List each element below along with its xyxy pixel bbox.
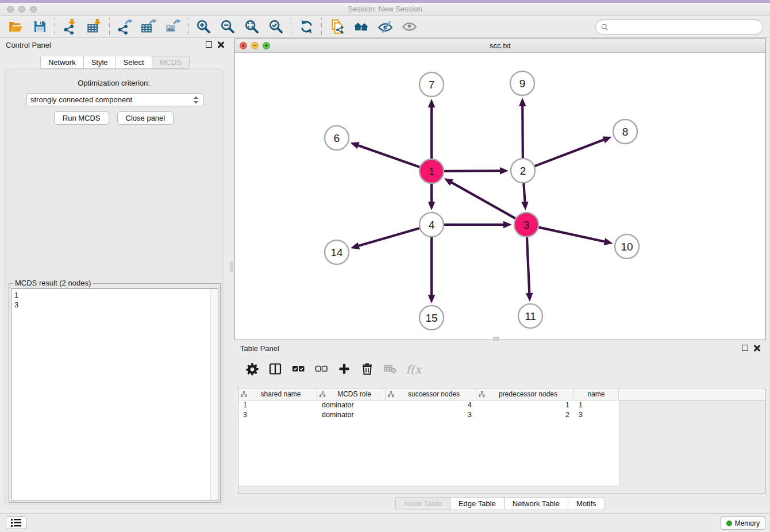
edge-1-4[interactable] [428,184,436,210]
graph-node-3[interactable]: 3 [514,213,538,237]
save-disk-button[interactable] [28,17,52,37]
edge-1-7[interactable] [428,99,436,159]
close-panel-icon[interactable] [217,41,224,48]
tab-edge-table[interactable]: Edge Table [450,497,504,510]
zoom-fit-button[interactable] [240,17,264,37]
delete-column-button[interactable] [357,360,377,378]
graph-node-14[interactable]: 14 [325,240,349,264]
open-folder-button[interactable] [3,17,28,37]
add-column-button[interactable] [334,360,354,378]
svg-text:11: 11 [525,310,536,322]
table-float-panel-icon[interactable] [742,345,748,351]
tab-motifs[interactable]: Motifs [568,497,605,510]
edge-3-10[interactable] [538,228,613,245]
import-table-button[interactable] [82,17,106,37]
criterion-select[interactable]: strongly connected component [26,93,203,106]
horizontal-split-handle[interactable] [493,337,499,341]
result-scrollbar[interactable] [210,289,218,500]
search-input[interactable] [609,21,763,33]
eye-button[interactable] [397,17,421,37]
column-header-name[interactable]: name [574,388,619,400]
houses-button[interactable] [349,17,373,37]
cell-name[interactable]: 3 [574,410,619,420]
export-image-button[interactable] [161,17,185,37]
tab-select[interactable]: Select [116,56,152,69]
graph-node-15[interactable]: 15 [419,306,444,330]
graph-node-4[interactable]: 4 [419,213,444,237]
graph-node-6[interactable]: 6 [325,126,349,150]
task-list-icon [11,519,21,527]
import-network-button[interactable] [58,17,82,37]
table-close-panel-icon[interactable] [753,345,760,352]
eye-icon [402,19,417,34]
cell-MCDS-role[interactable]: dominator [317,400,386,410]
column-header-successor-nodes[interactable]: successor nodes [386,388,476,400]
float-panel-icon[interactable] [206,41,212,48]
graph-node-1[interactable]: 1 [419,159,444,183]
tab-style[interactable]: Style [83,56,116,69]
graph-node-7[interactable]: 7 [419,72,444,97]
network-canvas[interactable]: 7968124314101511 [235,53,765,340]
edge-3-1[interactable] [444,178,515,218]
unchecked-boxes-button[interactable] [311,360,331,378]
memory-button[interactable]: Memory [721,516,765,530]
tab-node-table[interactable]: Node Table [395,497,450,510]
cell-successor-nodes[interactable]: 4 [386,400,476,410]
houses-icon [353,19,369,34]
graph-node-11[interactable]: 11 [518,304,542,328]
cell-MCDS-role[interactable]: dominator [317,410,386,420]
cell-predecessor-nodes[interactable]: 2 [476,410,574,420]
tab-network[interactable]: Network [40,56,83,69]
network-titlebar[interactable]: × − + scc.txt [235,39,765,53]
column-header-predecessor-nodes[interactable]: predecessor nodes [476,388,574,400]
column-header-MCDS-role[interactable]: MCDS role [317,388,386,400]
edge-1-6[interactable] [351,142,420,167]
export-network-button[interactable] [113,17,137,37]
cell-successor-nodes[interactable]: 3 [386,410,476,420]
cell-name[interactable]: 1 [574,400,619,410]
zoom-in-button[interactable] [191,17,215,37]
edge-3-11[interactable] [526,237,533,302]
close-panel-button[interactable]: Close panel [117,111,174,125]
export-table-button[interactable] [137,17,161,37]
eye-slash-button[interactable] [373,17,397,37]
graph-node-8[interactable]: 8 [613,119,637,144]
copy-network-button[interactable] [325,17,349,37]
edge-4-3[interactable] [444,221,512,229]
graph-node-2[interactable]: 2 [511,159,535,183]
task-history-button[interactable] [6,516,26,529]
mcds-result-title: MCDS result (2 nodes) [13,279,93,287]
tab-mcds[interactable]: MCDS [152,56,190,69]
svg-text:15: 15 [425,312,437,324]
cell-predecessor-nodes[interactable]: 1 [476,400,574,410]
table-row[interactable]: 1dominator411 [238,400,619,410]
tab-network-table[interactable]: Network Table [504,497,568,510]
settings-gear-button[interactable] [242,360,262,378]
edge-1-2[interactable] [444,167,509,175]
edge-2-9[interactable] [519,98,526,158]
shared-column-icon [479,391,485,398]
cell-shared-name[interactable]: 3 [238,410,317,420]
refresh-button[interactable] [294,17,318,37]
mcds-result-box[interactable]: 1 3 [11,288,218,500]
search-box[interactable] [595,20,763,34]
control-panel-header: Control Panel [0,38,230,52]
toggle-columns-button[interactable] [265,360,285,378]
svg-text:10: 10 [621,241,633,253]
edge-4-14[interactable] [351,228,419,249]
cell-shared-name[interactable]: 1 [238,400,317,410]
vertical-split-handle[interactable] [230,261,233,272]
graph-node-9[interactable]: 9 [510,71,534,95]
checked-boxes-button[interactable] [288,360,308,378]
graph-node-10[interactable]: 10 [615,234,639,259]
zoom-selected-button[interactable] [264,17,288,37]
table-toolbar: f(x) [238,358,763,380]
memory-status-icon [726,521,732,526]
column-header-shared-name[interactable]: shared name [238,388,317,400]
edge-4-15[interactable] [428,237,436,303]
table-row[interactable]: 3dominator323 [238,410,619,420]
run-mcds-button[interactable]: Run MCDS [54,111,109,125]
zoom-out-button[interactable] [215,17,240,37]
edge-2-8[interactable] [535,136,612,166]
edge-2-3[interactable] [521,183,529,210]
